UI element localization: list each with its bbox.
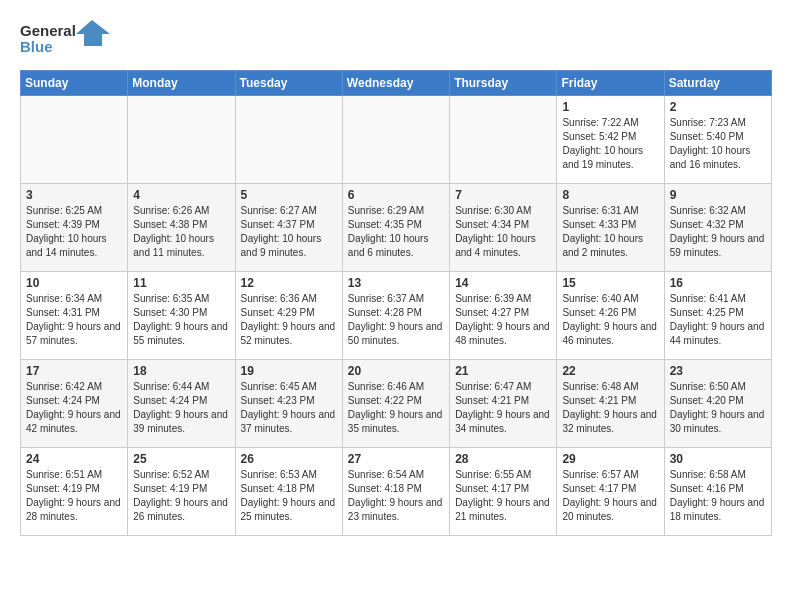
calendar-week-2: 3Sunrise: 6:25 AM Sunset: 4:39 PM Daylig… bbox=[21, 184, 772, 272]
day-number: 29 bbox=[562, 452, 658, 466]
day-number: 12 bbox=[241, 276, 337, 290]
calendar-cell: 12Sunrise: 6:36 AM Sunset: 4:29 PM Dayli… bbox=[235, 272, 342, 360]
day-number: 9 bbox=[670, 188, 766, 202]
day-number: 13 bbox=[348, 276, 444, 290]
calendar-cell: 13Sunrise: 6:37 AM Sunset: 4:28 PM Dayli… bbox=[342, 272, 449, 360]
calendar-week-1: 1Sunrise: 7:22 AM Sunset: 5:42 PM Daylig… bbox=[21, 96, 772, 184]
calendar-cell: 22Sunrise: 6:48 AM Sunset: 4:21 PM Dayli… bbox=[557, 360, 664, 448]
day-number: 4 bbox=[133, 188, 229, 202]
day-info: Sunrise: 6:57 AM Sunset: 4:17 PM Dayligh… bbox=[562, 468, 658, 524]
calendar-cell bbox=[342, 96, 449, 184]
day-number: 7 bbox=[455, 188, 551, 202]
day-number: 14 bbox=[455, 276, 551, 290]
calendar-header-row: SundayMondayTuesdayWednesdayThursdayFrid… bbox=[21, 71, 772, 96]
calendar-cell: 14Sunrise: 6:39 AM Sunset: 4:27 PM Dayli… bbox=[450, 272, 557, 360]
day-info: Sunrise: 6:42 AM Sunset: 4:24 PM Dayligh… bbox=[26, 380, 122, 436]
calendar-cell: 10Sunrise: 6:34 AM Sunset: 4:31 PM Dayli… bbox=[21, 272, 128, 360]
day-info: Sunrise: 6:27 AM Sunset: 4:37 PM Dayligh… bbox=[241, 204, 337, 260]
calendar-cell: 4Sunrise: 6:26 AM Sunset: 4:38 PM Daylig… bbox=[128, 184, 235, 272]
day-number: 5 bbox=[241, 188, 337, 202]
calendar-cell: 17Sunrise: 6:42 AM Sunset: 4:24 PM Dayli… bbox=[21, 360, 128, 448]
col-header-sunday: Sunday bbox=[21, 71, 128, 96]
calendar-cell: 23Sunrise: 6:50 AM Sunset: 4:20 PM Dayli… bbox=[664, 360, 771, 448]
day-number: 26 bbox=[241, 452, 337, 466]
day-info: Sunrise: 6:25 AM Sunset: 4:39 PM Dayligh… bbox=[26, 204, 122, 260]
day-info: Sunrise: 6:36 AM Sunset: 4:29 PM Dayligh… bbox=[241, 292, 337, 348]
day-info: Sunrise: 6:50 AM Sunset: 4:20 PM Dayligh… bbox=[670, 380, 766, 436]
calendar-cell: 1Sunrise: 7:22 AM Sunset: 5:42 PM Daylig… bbox=[557, 96, 664, 184]
day-info: Sunrise: 7:22 AM Sunset: 5:42 PM Dayligh… bbox=[562, 116, 658, 172]
calendar-cell: 6Sunrise: 6:29 AM Sunset: 4:35 PM Daylig… bbox=[342, 184, 449, 272]
day-number: 15 bbox=[562, 276, 658, 290]
day-info: Sunrise: 6:30 AM Sunset: 4:34 PM Dayligh… bbox=[455, 204, 551, 260]
day-number: 30 bbox=[670, 452, 766, 466]
svg-text:General: General bbox=[20, 22, 76, 39]
day-number: 22 bbox=[562, 364, 658, 378]
calendar-cell: 18Sunrise: 6:44 AM Sunset: 4:24 PM Dayli… bbox=[128, 360, 235, 448]
calendar-cell: 25Sunrise: 6:52 AM Sunset: 4:19 PM Dayli… bbox=[128, 448, 235, 536]
calendar-cell: 11Sunrise: 6:35 AM Sunset: 4:30 PM Dayli… bbox=[128, 272, 235, 360]
calendar-cell: 16Sunrise: 6:41 AM Sunset: 4:25 PM Dayli… bbox=[664, 272, 771, 360]
calendar-cell bbox=[450, 96, 557, 184]
day-number: 2 bbox=[670, 100, 766, 114]
day-info: Sunrise: 6:45 AM Sunset: 4:23 PM Dayligh… bbox=[241, 380, 337, 436]
calendar-cell: 19Sunrise: 6:45 AM Sunset: 4:23 PM Dayli… bbox=[235, 360, 342, 448]
day-info: Sunrise: 6:46 AM Sunset: 4:22 PM Dayligh… bbox=[348, 380, 444, 436]
day-number: 8 bbox=[562, 188, 658, 202]
day-number: 25 bbox=[133, 452, 229, 466]
day-number: 24 bbox=[26, 452, 122, 466]
calendar-cell: 3Sunrise: 6:25 AM Sunset: 4:39 PM Daylig… bbox=[21, 184, 128, 272]
header-row: GeneralBlue bbox=[20, 16, 772, 64]
day-info: Sunrise: 6:55 AM Sunset: 4:17 PM Dayligh… bbox=[455, 468, 551, 524]
calendar-cell bbox=[235, 96, 342, 184]
day-info: Sunrise: 6:52 AM Sunset: 4:19 PM Dayligh… bbox=[133, 468, 229, 524]
day-number: 10 bbox=[26, 276, 122, 290]
day-info: Sunrise: 6:48 AM Sunset: 4:21 PM Dayligh… bbox=[562, 380, 658, 436]
day-info: Sunrise: 6:29 AM Sunset: 4:35 PM Dayligh… bbox=[348, 204, 444, 260]
day-number: 3 bbox=[26, 188, 122, 202]
day-info: Sunrise: 6:37 AM Sunset: 4:28 PM Dayligh… bbox=[348, 292, 444, 348]
col-header-monday: Monday bbox=[128, 71, 235, 96]
calendar-cell bbox=[21, 96, 128, 184]
day-info: Sunrise: 6:31 AM Sunset: 4:33 PM Dayligh… bbox=[562, 204, 658, 260]
day-info: Sunrise: 6:34 AM Sunset: 4:31 PM Dayligh… bbox=[26, 292, 122, 348]
col-header-friday: Friday bbox=[557, 71, 664, 96]
page: GeneralBlue SundayMondayTuesdayWednesday… bbox=[0, 0, 792, 546]
day-number: 6 bbox=[348, 188, 444, 202]
calendar-week-3: 10Sunrise: 6:34 AM Sunset: 4:31 PM Dayli… bbox=[21, 272, 772, 360]
day-number: 19 bbox=[241, 364, 337, 378]
calendar-cell: 20Sunrise: 6:46 AM Sunset: 4:22 PM Dayli… bbox=[342, 360, 449, 448]
col-header-saturday: Saturday bbox=[664, 71, 771, 96]
calendar-cell: 30Sunrise: 6:58 AM Sunset: 4:16 PM Dayli… bbox=[664, 448, 771, 536]
day-number: 27 bbox=[348, 452, 444, 466]
day-info: Sunrise: 6:26 AM Sunset: 4:38 PM Dayligh… bbox=[133, 204, 229, 260]
col-header-wednesday: Wednesday bbox=[342, 71, 449, 96]
day-info: Sunrise: 6:32 AM Sunset: 4:32 PM Dayligh… bbox=[670, 204, 766, 260]
calendar-cell: 8Sunrise: 6:31 AM Sunset: 4:33 PM Daylig… bbox=[557, 184, 664, 272]
day-number: 18 bbox=[133, 364, 229, 378]
logo-block: GeneralBlue bbox=[20, 20, 110, 64]
day-number: 17 bbox=[26, 364, 122, 378]
svg-marker-2 bbox=[76, 20, 110, 46]
calendar-cell: 15Sunrise: 6:40 AM Sunset: 4:26 PM Dayli… bbox=[557, 272, 664, 360]
calendar-cell: 27Sunrise: 6:54 AM Sunset: 4:18 PM Dayli… bbox=[342, 448, 449, 536]
logo-svg: GeneralBlue bbox=[20, 20, 110, 60]
day-number: 20 bbox=[348, 364, 444, 378]
day-number: 1 bbox=[562, 100, 658, 114]
calendar-cell: 26Sunrise: 6:53 AM Sunset: 4:18 PM Dayli… bbox=[235, 448, 342, 536]
calendar-week-4: 17Sunrise: 6:42 AM Sunset: 4:24 PM Dayli… bbox=[21, 360, 772, 448]
calendar-cell: 21Sunrise: 6:47 AM Sunset: 4:21 PM Dayli… bbox=[450, 360, 557, 448]
day-info: Sunrise: 6:54 AM Sunset: 4:18 PM Dayligh… bbox=[348, 468, 444, 524]
day-number: 11 bbox=[133, 276, 229, 290]
day-info: Sunrise: 6:47 AM Sunset: 4:21 PM Dayligh… bbox=[455, 380, 551, 436]
calendar-cell: 9Sunrise: 6:32 AM Sunset: 4:32 PM Daylig… bbox=[664, 184, 771, 272]
day-info: Sunrise: 6:40 AM Sunset: 4:26 PM Dayligh… bbox=[562, 292, 658, 348]
day-info: Sunrise: 7:23 AM Sunset: 5:40 PM Dayligh… bbox=[670, 116, 766, 172]
day-info: Sunrise: 6:35 AM Sunset: 4:30 PM Dayligh… bbox=[133, 292, 229, 348]
day-info: Sunrise: 6:39 AM Sunset: 4:27 PM Dayligh… bbox=[455, 292, 551, 348]
day-info: Sunrise: 6:41 AM Sunset: 4:25 PM Dayligh… bbox=[670, 292, 766, 348]
calendar-cell: 29Sunrise: 6:57 AM Sunset: 4:17 PM Dayli… bbox=[557, 448, 664, 536]
logo: GeneralBlue bbox=[20, 20, 110, 64]
col-header-thursday: Thursday bbox=[450, 71, 557, 96]
day-info: Sunrise: 6:44 AM Sunset: 4:24 PM Dayligh… bbox=[133, 380, 229, 436]
